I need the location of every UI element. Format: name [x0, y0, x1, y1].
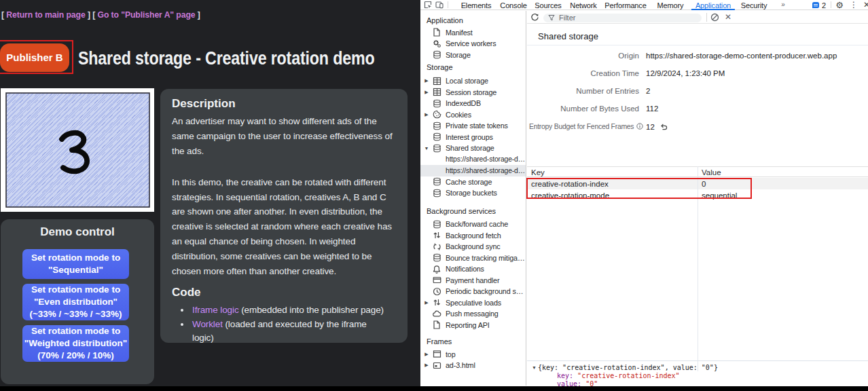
- nav-links: [ Return to main page ] [ Go to "Publish…: [1, 10, 200, 20]
- tab-network[interactable]: Network: [564, 0, 602, 10]
- sidebar-item-https-shared-storage-d[interactable]: https://shared-storage-d…: [420, 154, 526, 166]
- table-icon: [432, 76, 441, 86]
- sidebar-item-push-messaging[interactable]: Push messaging: [420, 308, 526, 320]
- sidebar-item-top[interactable]: ▶top: [420, 349, 526, 360]
- sidebar-item-label: Bounce tracking mitiga…: [446, 254, 526, 262]
- sidebar-item-indexeddb[interactable]: IndexedDB: [420, 98, 526, 109]
- column-header-key[interactable]: Key: [531, 168, 545, 176]
- sidebar-item-private-state-tokens[interactable]: Private state tokens: [420, 120, 526, 132]
- delete-selected-icon[interactable]: ✕: [725, 12, 731, 22]
- sidebar-item-label: Manifest: [446, 29, 526, 37]
- sidebar-item-payment-handler[interactable]: Payment handler: [420, 275, 526, 286]
- tab-performance[interactable]: Performance: [599, 0, 651, 10]
- expander-down-icon[interactable]: ▼: [532, 365, 537, 370]
- sidebar-item-label: Speculative loads: [446, 299, 526, 307]
- metadata-label: Origin: [527, 52, 639, 60]
- clock-icon: [432, 286, 441, 296]
- preview-summary[interactable]: {key: "creative-rotation-index", value: …: [538, 364, 718, 371]
- expander-right-icon[interactable]: ▶: [423, 362, 430, 368]
- tab-elements[interactable]: Elements: [456, 0, 497, 10]
- updown-icon: [432, 298, 441, 308]
- go-to-publisher-a-link[interactable]: Go to "Publisher A" page: [98, 10, 196, 20]
- worklet-link[interactable]: Worklet: [192, 319, 223, 329]
- sidebar-item-back-forward-cache[interactable]: Back/forward cache: [420, 219, 526, 230]
- tab-sources[interactable]: Sources: [529, 0, 566, 10]
- manifest-icon: [432, 28, 441, 37]
- issues-badge[interactable]: 2: [812, 0, 826, 10]
- sidebar-item-storage[interactable]: Storage: [420, 50, 526, 61]
- set-sequential-button[interactable]: Set rotation mode to "Sequential": [22, 249, 129, 279]
- close-devtools-icon[interactable]: ✕: [862, 0, 868, 10]
- sidebar-item-reporting-api[interactable]: Reporting API: [420, 320, 526, 331]
- sidebar-item-ad-3-html[interactable]: ▶ad-3.html: [420, 360, 526, 371]
- tab-security[interactable]: Security: [736, 0, 773, 10]
- devtools-window: ElementsConsoleSourcesNetworkPerformance…: [420, 0, 868, 386]
- refresh-icon[interactable]: [530, 13, 539, 22]
- code-list-item: Worklet (loaded and executed by the ifra…: [191, 318, 395, 343]
- expander-right-icon[interactable]: ▶: [423, 90, 430, 95]
- sidebar-item-background-sync[interactable]: Background sync: [420, 241, 526, 253]
- database-icon: [432, 253, 441, 263]
- column-header-value[interactable]: Value: [702, 168, 721, 176]
- sidebar-item-periodic-background-s[interactable]: Periodic background s…: [420, 286, 526, 297]
- frame-icon: [432, 350, 441, 359]
- set-weighted-distribution-button[interactable]: Set rotation mode to "Weighted distribut…: [22, 325, 129, 362]
- preview-prop-name: key:: [557, 372, 577, 379]
- sidebar-item-storage-buckets[interactable]: Storage buckets: [420, 187, 526, 199]
- sidebar-item-cookies[interactable]: ▶Cookies: [420, 109, 526, 121]
- sidebar-item-label: ad-3.html: [446, 361, 526, 369]
- sidebar-item-service-workers[interactable]: Service workers: [420, 38, 526, 50]
- metadata-label: Number of Bytes Used: [527, 105, 639, 113]
- clear-storage-icon[interactable]: [710, 13, 719, 22]
- set-even-distribution-button[interactable]: Set rotation mode to "Even distribution"…: [22, 284, 129, 320]
- filter-input[interactable]: Filter: [543, 14, 702, 23]
- sidebar-item-label: Interest groups: [446, 133, 526, 141]
- value-preview-pane: ▼ {key: "creative-rotation-index", value…: [527, 360, 868, 386]
- sidebar-item-session-storage[interactable]: ▶Session storage: [420, 87, 526, 98]
- publisher-b-button[interactable]: Publisher B: [0, 43, 69, 72]
- sidebar-item-cache-storage[interactable]: Cache storage: [420, 176, 526, 188]
- tab-application[interactable]: Application: [690, 0, 736, 10]
- tab-memory[interactable]: Memory: [652, 0, 689, 10]
- sidebar-item-background-fetch[interactable]: Background fetch: [420, 230, 526, 242]
- sidebar-item-bounce-tracking-mitiga[interactable]: Bounce tracking mitiga…: [420, 253, 526, 264]
- expander-right-icon[interactable]: ▶: [423, 112, 430, 117]
- expander-right-icon[interactable]: ▶: [423, 352, 430, 357]
- return-to-main-page-link[interactable]: Return to main page: [6, 10, 85, 20]
- sidebar-item-local-storage[interactable]: ▶Local storage: [420, 75, 526, 87]
- demo-control-panel: Demo control Set rotation mode to "Seque…: [1, 219, 154, 384]
- publisher-page: [ Return to main page ] [ Go to "Publish…: [0, 0, 420, 386]
- reset-budget-icon[interactable]: [659, 123, 668, 131]
- sidebar-item-label: Service workers: [446, 39, 526, 48]
- metadata-value: https://shared-storage-demo-content-prod…: [646, 52, 837, 60]
- service-worker-icon: [432, 39, 441, 48]
- tabbar-separator: [448, 1, 448, 8]
- info-icon[interactable]: [636, 123, 643, 130]
- sidebar-item-label: Storage buckets: [446, 189, 526, 197]
- filter-placeholder: Filter: [559, 14, 575, 22]
- iframe-logic-link[interactable]: Iframe logic: [192, 305, 239, 315]
- sidebar-item-label: Private state tokens: [446, 122, 526, 130]
- sidebar-item-manifest[interactable]: Manifest: [420, 27, 526, 39]
- more-tabs-button[interactable]: »: [781, 1, 785, 8]
- sidebar-item-shared-storage[interactable]: ▼Shared storage: [420, 143, 526, 154]
- device-toolbar-icon[interactable]: [435, 1, 444, 9]
- kebab-menu-icon[interactable]: ⋮: [850, 0, 858, 10]
- sidebar-item-https-shared-storage-d[interactable]: https://shared-storage-d…: [420, 165, 526, 176]
- expander-down-icon[interactable]: ▼: [423, 146, 430, 151]
- sidebar-item-label: Notifications: [446, 265, 526, 273]
- database-icon: [432, 177, 441, 187]
- inspect-element-icon[interactable]: [424, 1, 432, 9]
- sidebar-item-label: Cookies: [446, 111, 526, 119]
- description-paragraph: In this demo, the creative can be rotate…: [172, 175, 395, 279]
- metadata-value: 12: [646, 123, 668, 131]
- expander-right-icon[interactable]: ▶: [423, 300, 430, 305]
- code-links-list: Iframe logic (embedded into the publishe…: [191, 303, 395, 343]
- expander-right-icon[interactable]: ▶: [423, 78, 430, 83]
- tab-console[interactable]: Console: [494, 0, 532, 10]
- updown-icon: [432, 231, 441, 240]
- sidebar-item-notifications[interactable]: Notifications: [420, 263, 526, 275]
- sidebar-item-speculative-loads[interactable]: ▶Speculative loads: [420, 297, 526, 309]
- settings-gear-icon[interactable]: ⚙: [835, 0, 844, 10]
- sidebar-item-interest-groups[interactable]: Interest groups: [420, 132, 526, 143]
